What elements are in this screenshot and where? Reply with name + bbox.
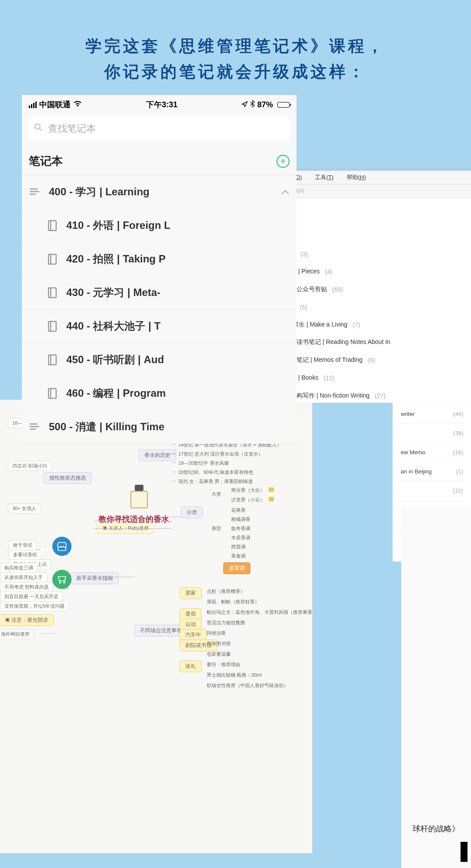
mindmap-node: 香型	[210, 524, 223, 533]
mindmap-node: 点柜（推荐檀香）	[205, 587, 247, 596]
mindmap-node: 汽车中	[180, 629, 207, 641]
notebook-item[interactable]: 450 - 听书听剧 | Aud	[22, 343, 297, 377]
node-persona-label: 按性格状态挑选	[44, 472, 92, 484]
headline-1: 学完这套《思维管理笔记术》课程，	[17, 33, 454, 59]
node-history-item: 现代 女：花果香 男：厚重阳刚味道	[177, 477, 255, 486]
node-persona: 30+ 女强人	[8, 504, 41, 514]
notebook-item[interactable]: 410 - 外语 | Foreign L	[22, 209, 297, 242]
node-online-item: 不用考虑 想料真的是	[0, 582, 53, 592]
notebook-item[interactable]: 460 - 编程 | Program	[22, 377, 297, 410]
battery-pct: 87%	[257, 100, 273, 109]
node-store-item: 敢于尝试	[9, 540, 37, 550]
mindmap-node: 阿维达斯	[205, 629, 228, 637]
node-online-item: 购买根盒三调	[0, 563, 38, 573]
mindmap-node: 西普调	[229, 543, 247, 551]
chevron-up-icon	[281, 187, 290, 197]
mindmap-node: 职场女性推荐（中国人喜好气味淡些）	[205, 681, 290, 690]
svg-rect-17	[30, 423, 38, 425]
mindmap-node: 男士相比较穗 瓶雅：30ml	[205, 671, 263, 679]
search-icon	[34, 123, 43, 134]
list-item[interactable]: (38)	[399, 424, 465, 443]
carrier: 中国联通	[39, 99, 71, 110]
node-history: 香水的历史	[139, 449, 176, 461]
mindmap-node: 皮革调	[223, 562, 250, 574]
svg-rect-11	[48, 321, 56, 331]
list-item[interactable]: an in Beijing(1)	[399, 462, 465, 481]
svg-rect-7	[48, 254, 56, 264]
mindmap-node: 运动	[180, 619, 201, 630]
phone-screenshot: 中国联通 下午3:31 87% 查找笔记本 笔记本 + 400	[22, 95, 297, 444]
svg-point-0	[35, 124, 40, 129]
svg-rect-19	[30, 429, 36, 430]
book-icon	[48, 220, 57, 231]
book-icon	[48, 354, 57, 365]
list-item[interactable]: ew Memo(16)	[399, 443, 465, 462]
mindmap-node: 包装要温馨	[205, 650, 232, 658]
mindmap-node: 滑面、帕帕（推荐桂香）	[205, 598, 261, 606]
svg-rect-5	[48, 221, 56, 231]
list-item[interactable]: writer(44)	[399, 405, 465, 424]
mindmap-node: 木质香调	[229, 534, 252, 542]
stack-icon	[29, 187, 39, 196]
svg-rect-9	[48, 288, 56, 298]
notebook-stack-400[interactable]: 400 - 学习 | Learning	[22, 175, 297, 209]
status-bar: 中国联通 下午3:31 87%	[22, 95, 297, 114]
mindmap-node: 居家	[180, 587, 201, 599]
mindmap-node: 普适活力愉悦氛围	[205, 619, 247, 627]
node-history-item: 20世纪80、90年代 味道丰富有特色	[177, 468, 255, 477]
menu-item[interactable]: 帮助(H)	[347, 174, 366, 181]
mindmap-node: 美食调	[229, 552, 247, 560]
menu-item[interactable]: 工具(T)	[315, 174, 334, 181]
stack-icon	[29, 422, 39, 431]
search-placeholder: 查找笔记本	[48, 122, 96, 135]
mindmap-node: 要符：推荐理由	[205, 660, 242, 669]
mindmap-node: 柑橘调香	[229, 515, 252, 524]
dark-bar	[461, 842, 468, 862]
mindmap-node: 度假	[180, 608, 201, 620]
battery-icon	[276, 102, 290, 108]
svg-rect-18	[30, 426, 39, 427]
mindmap-node: 沙龙香（小众）	[229, 496, 266, 504]
store-icon	[52, 537, 72, 556]
signal-icon	[29, 102, 37, 108]
mindmap-node: 送礼	[180, 660, 201, 672]
node-history-item: 19—20世纪中 香水风靡	[177, 459, 231, 467]
svg-rect-4	[30, 194, 36, 195]
clock: 下午3:31	[146, 99, 177, 110]
book-icon	[48, 388, 57, 399]
add-notebook-button[interactable]: +	[276, 155, 290, 168]
node-online-item: 从迷你装开始入手	[0, 572, 47, 582]
location-icon	[242, 100, 248, 109]
node-history-item: 17世纪 意大利 流行香水出现（古龙水）	[177, 450, 265, 458]
node-online-item: 别盲目跟着 一天后买不迟	[0, 592, 63, 602]
node-store-item: 多要试香纸	[9, 550, 41, 560]
svg-rect-13	[48, 355, 56, 365]
mindmap-node: 馥奇香调	[229, 524, 252, 533]
search-input[interactable]: 查找笔记本	[28, 117, 290, 140]
partial-content: 球杆的战略》	[401, 506, 471, 868]
node-note: ▣ 注意：避光阴凉	[0, 614, 54, 626]
mindmap-node: 大类	[210, 490, 223, 498]
node-online-item: 没有保质期，开坛5年没问题	[0, 601, 69, 611]
list-item[interactable]: (10)	[399, 481, 465, 500]
notebook-stack-500[interactable]: 500 - 消遣 | Killing Time	[22, 410, 297, 444]
mindmap-node: 帕尔玛之水：蓝色地中海、卡普利风情（推荐果香）	[205, 608, 312, 616]
mindmap-node: 花果香	[229, 506, 247, 514]
book-icon	[48, 287, 57, 298]
notebook-item[interactable]: 440 - 社科大池子 | T	[22, 310, 297, 343]
mindmap-node: 商业香（大众）	[229, 486, 266, 494]
svg-rect-15	[48, 388, 56, 398]
node-oversea: 海外网站推荐	[0, 629, 34, 639]
book-icon	[48, 321, 57, 332]
headline-2: 你记录的笔记就会升级成这样：	[17, 59, 454, 85]
book-icon	[48, 254, 57, 265]
bluetooth-icon	[250, 100, 255, 109]
section-title: 笔记本	[29, 153, 63, 169]
notebook-item[interactable]: 420 - 拍照 | Taking P	[22, 242, 297, 276]
mindmap-screenshot: 教你寻找适合的香水▣ 主讲人：Ruby老师香水的历史古埃及 埃及热后用来娱乐享受…	[0, 400, 312, 853]
wifi-icon	[73, 100, 82, 109]
notebook-item[interactable]: 430 - 元学习 | Meta-	[22, 276, 297, 310]
svg-rect-2	[30, 188, 38, 190]
svg-rect-3	[30, 191, 39, 192]
node-guide: 新手买香水指南	[71, 572, 119, 584]
